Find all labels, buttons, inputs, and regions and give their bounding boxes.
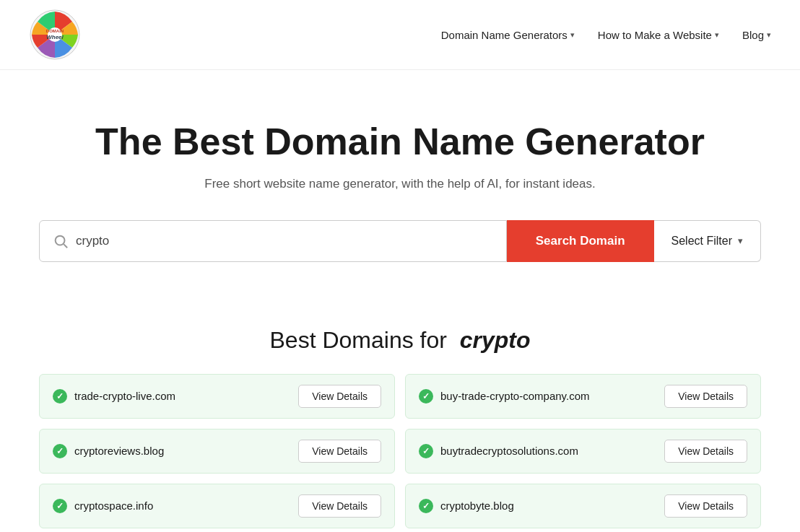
- chevron-down-icon: ▾: [570, 30, 575, 40]
- domain-name: cryptobyte.blog: [440, 500, 514, 512]
- available-check-icon: [53, 444, 67, 458]
- nav-blog[interactable]: Blog ▾: [742, 29, 771, 41]
- nav-how-to-make[interactable]: How to Make a Website ▾: [598, 29, 719, 41]
- view-details-button[interactable]: View Details: [664, 440, 747, 463]
- domain-name: trade-crypto-live.com: [74, 390, 175, 402]
- nav-links: Domain Name Generators ▾ How to Make a W…: [441, 29, 771, 41]
- nav-domain-generators[interactable]: Domain Name Generators ▾: [441, 29, 575, 41]
- svg-text:DOMAIN: DOMAIN: [46, 29, 64, 33]
- domain-row: buytradecryptosolutions.com View Details: [405, 429, 761, 474]
- chevron-down-icon: ▾: [738, 235, 743, 246]
- domain-row: trade-crypto-live.com View Details: [39, 374, 395, 419]
- results-section: Best Domains for crypto trade-crypto-liv…: [17, 327, 783, 532]
- domain-row: cryptobyte.blog View Details: [405, 484, 761, 528]
- search-area: Search Domain Select Filter ▾: [39, 220, 761, 262]
- select-filter-button[interactable]: Select Filter ▾: [654, 220, 761, 262]
- svg-text:Wheel: Wheel: [46, 34, 64, 40]
- domain-row: buy-trade-crypto-company.com View Detail…: [405, 374, 761, 419]
- view-details-button[interactable]: View Details: [298, 494, 381, 518]
- svg-point-4: [56, 235, 65, 245]
- domain-name: buytradecryptosolutions.com: [440, 445, 578, 457]
- domain-name: cryptospace.info: [74, 500, 153, 512]
- domain-name: cryptoreviews.blog: [74, 445, 164, 457]
- available-check-icon: [419, 444, 433, 458]
- domain-row: cryptospace.info View Details: [39, 484, 395, 528]
- available-check-icon: [419, 499, 433, 513]
- svg-line-5: [64, 244, 67, 248]
- view-details-button[interactable]: View Details: [664, 385, 747, 408]
- results-title: Best Domains for crypto: [39, 327, 761, 354]
- hero-title: The Best Domain Name Generator: [14, 121, 786, 164]
- search-box: [39, 220, 507, 262]
- chevron-down-icon: ▾: [715, 30, 719, 40]
- view-details-button[interactable]: View Details: [664, 494, 747, 518]
- chevron-down-icon: ▾: [767, 30, 771, 40]
- search-input[interactable]: [76, 234, 493, 248]
- domain-left: cryptobyte.blog: [419, 499, 514, 513]
- domain-name: buy-trade-crypto-company.com: [440, 390, 589, 402]
- domain-left: trade-crypto-live.com: [53, 389, 175, 404]
- view-details-button[interactable]: View Details: [298, 385, 381, 408]
- search-domain-button[interactable]: Search Domain: [507, 220, 654, 262]
- navbar: DOMAIN Wheel Domain Name Generators ▾ Ho…: [0, 0, 800, 70]
- domain-left: buytradecryptosolutions.com: [419, 444, 578, 458]
- logo-icon: DOMAIN Wheel: [29, 9, 81, 61]
- available-check-icon: [53, 499, 67, 513]
- available-check-icon: [53, 389, 67, 404]
- available-check-icon: [419, 389, 433, 404]
- logo-area: DOMAIN Wheel: [29, 9, 81, 61]
- hero-section: The Best Domain Name Generator Free shor…: [0, 70, 800, 327]
- domain-left: buy-trade-crypto-company.com: [419, 389, 589, 404]
- results-grid: trade-crypto-live.com View Details buy-t…: [39, 374, 761, 528]
- hero-subtitle: Free short website name generator, with …: [14, 177, 786, 191]
- domain-left: cryptospace.info: [53, 499, 153, 513]
- view-details-button[interactable]: View Details: [298, 440, 381, 463]
- search-icon: [53, 233, 69, 249]
- domain-left: cryptoreviews.blog: [53, 444, 164, 458]
- domain-row: cryptoreviews.blog View Details: [39, 429, 395, 474]
